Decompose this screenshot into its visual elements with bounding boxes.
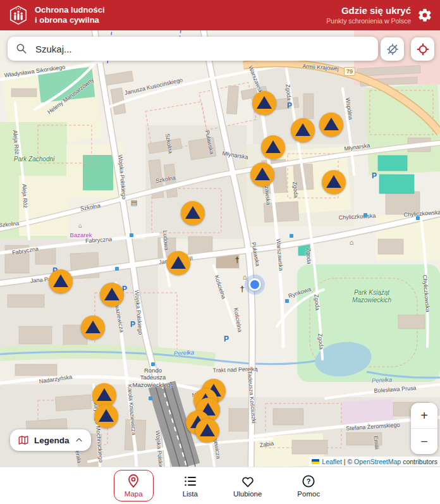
civil-defense-triangle-icon bbox=[104, 288, 119, 300]
nav-label-lista: Lista bbox=[183, 490, 198, 498]
attribution-contributors: contributors bbox=[401, 458, 437, 465]
map-tiles[interactable] bbox=[0, 30, 440, 467]
search-input[interactable] bbox=[34, 43, 370, 55]
civil-defense-triangle-icon bbox=[255, 168, 270, 180]
civil-defense-triangle-icon bbox=[99, 409, 114, 422]
svg-text:?: ? bbox=[307, 477, 311, 485]
civil-defense-triangle-icon bbox=[185, 206, 200, 219]
app: Ochrona ludności i obrona cywilna Gdzie … bbox=[0, 0, 440, 504]
heart-icon bbox=[240, 474, 255, 489]
shelter-marker[interactable] bbox=[49, 269, 73, 293]
civil-defense-triangle-icon bbox=[171, 256, 186, 269]
attribution-copyright: © bbox=[347, 458, 354, 465]
zoom-in-button[interactable]: + bbox=[411, 403, 437, 428]
search-bar bbox=[8, 37, 378, 61]
locate-crosshair-icon bbox=[416, 42, 430, 56]
location-disabled-icon bbox=[386, 42, 400, 56]
legend-label: Legenda bbox=[34, 436, 70, 445]
leaflet-link[interactable]: Leaflet bbox=[322, 458, 342, 465]
locate-me-button[interactable] bbox=[411, 37, 434, 61]
legend-button[interactable]: Legenda bbox=[10, 429, 91, 451]
ukraine-flag-icon bbox=[312, 459, 319, 464]
shelter-marker[interactable] bbox=[166, 251, 190, 275]
shelter-marker[interactable] bbox=[195, 419, 219, 443]
civil-defense-triangle-icon bbox=[295, 123, 310, 136]
nav-tab-mapa[interactable]: Mapa bbox=[114, 470, 154, 501]
settings-gear-icon[interactable] bbox=[417, 8, 432, 23]
civil-defense-triangle-icon bbox=[257, 96, 272, 109]
shelter-marker[interactable] bbox=[319, 113, 343, 137]
openstreetmap-link[interactable]: OpenStreetMap bbox=[354, 458, 401, 465]
app-header: Ochrona ludności i obrona cywilna Gdzie … bbox=[0, 0, 440, 30]
civil-defense-triangle-icon bbox=[266, 140, 281, 153]
search-icon bbox=[15, 42, 28, 55]
page-subtitle: Punkty schronienia w Polsce bbox=[326, 17, 411, 25]
route-badge-79: 79 bbox=[344, 67, 355, 76]
nav-tab-pomoc[interactable]: ? Pomoc bbox=[291, 470, 326, 501]
civil-defense-triangle-icon bbox=[97, 388, 112, 401]
civil-defense-triangle-icon bbox=[200, 424, 215, 436]
nav-label-ulubione: Ulubione bbox=[233, 490, 262, 498]
user-location-dot bbox=[248, 278, 261, 291]
shelter-marker[interactable] bbox=[181, 201, 205, 225]
shelter-marker[interactable] bbox=[81, 316, 105, 340]
bottom-nav: Mapa Lista Ulubione ? Pomoc bbox=[0, 467, 440, 504]
list-icon bbox=[183, 474, 198, 489]
shelter-marker[interactable] bbox=[250, 163, 274, 187]
civil-defense-triangle-icon bbox=[326, 175, 341, 188]
shelter-marker[interactable] bbox=[94, 404, 118, 428]
map-legend-icon bbox=[18, 434, 29, 446]
map[interactable]: Władysława SikorskiegoHeleny Marusarzówn… bbox=[0, 30, 440, 467]
nav-label-pomoc: Pomoc bbox=[297, 490, 320, 498]
map-pin-icon bbox=[126, 474, 141, 489]
shelter-marker[interactable] bbox=[261, 135, 285, 159]
help-icon: ? bbox=[301, 474, 316, 489]
civil-defense-triangle-icon bbox=[324, 118, 339, 130]
civil-defense-triangle-icon bbox=[85, 321, 101, 333]
map-attribution: Leaflet | © OpenStreetMap contributors bbox=[309, 457, 440, 466]
chevron-up-icon bbox=[75, 436, 83, 445]
nav-tab-ulubione[interactable]: Ulubione bbox=[227, 470, 268, 501]
shelter-marker[interactable] bbox=[252, 91, 276, 115]
nav-label-mapa: Mapa bbox=[125, 490, 143, 498]
shelter-marker[interactable] bbox=[100, 283, 124, 307]
location-disabled-button[interactable] bbox=[381, 37, 404, 61]
brand: Ochrona ludności i obrona cywilna bbox=[8, 4, 105, 26]
shelter-marker[interactable] bbox=[291, 118, 315, 142]
page-title: Gdzie się ukryć bbox=[326, 6, 411, 16]
civil-defense-triangle-icon bbox=[53, 274, 68, 287]
app-title: Ochrona ludności i obrona cywilna bbox=[35, 5, 105, 25]
zoom-out-button[interactable]: − bbox=[411, 429, 437, 454]
shelter-marker[interactable] bbox=[322, 170, 346, 194]
attribution-separator: | bbox=[342, 458, 348, 465]
app-logo-icon bbox=[8, 4, 29, 26]
zoom-control: + − bbox=[411, 403, 437, 454]
nav-tab-lista[interactable]: Lista bbox=[176, 470, 204, 501]
